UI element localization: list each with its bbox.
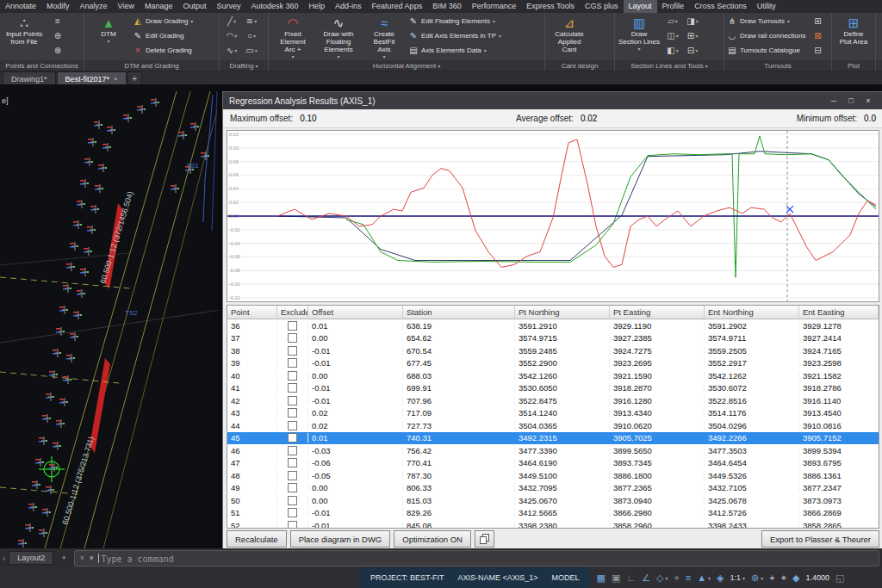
table-row[interactable]: 47-0.06770.413464.61903893.73453464.6454… <box>227 457 879 470</box>
exclude-checkbox[interactable] <box>288 508 297 517</box>
table-row[interactable]: 42-0.01707.963522.84753916.12803522.8516… <box>227 394 879 407</box>
ribbon-delete-grading-button[interactable]: ×Delete Grading <box>133 43 193 58</box>
menu-item-layout[interactable]: Layout <box>624 0 657 13</box>
panel-label-points-and-connections[interactable]: Points and Connections <box>0 60 84 71</box>
ribbon-calculate-applied-cant-button[interactable]: ⊿Calculate AppliedCant <box>548 14 591 59</box>
ribbon-define-plot-area-button[interactable]: ⊞DefinePlot Area <box>835 14 873 59</box>
ribbon-circle-button[interactable]: ○▾ <box>242 28 261 43</box>
menu-item-modify[interactable]: Modify <box>41 0 75 13</box>
menu-item-add-ins[interactable]: Add-ins <box>330 0 367 13</box>
ribbon-mini-a-button[interactable]: ⊞ <box>808 14 827 28</box>
menu-item-help[interactable]: Help <box>304 0 331 13</box>
optimization-on-button[interactable]: Optimization ON <box>394 530 471 548</box>
table-row[interactable]: 360.01638.193591.29103929.11903591.29023… <box>227 319 879 332</box>
ribbon-draw-rail-connections-button[interactable]: ◡Draw rail connections <box>727 28 805 43</box>
column-header-pt-northing[interactable]: Pt Northing <box>515 306 610 319</box>
scale-control[interactable]: 1:1▾ <box>730 573 746 582</box>
ribbon-sec-d-button[interactable]: ◨▾ <box>683 14 702 28</box>
panel-label-refre[interactable]: Refre <box>876 60 882 71</box>
ribbon-axis-elements-data-button[interactable]: ▤Axis Elements Data▾ <box>408 43 501 58</box>
table-row[interactable]: 51-0.01829.263412.56653866.29803412.5726… <box>227 507 879 520</box>
place-diagram-in-dwg-button[interactable]: Place diagram in DWG <box>290 530 391 548</box>
exclude-checkbox[interactable] <box>288 371 297 381</box>
table-row[interactable]: 500.00815.033425.06703873.09403425.06783… <box>227 494 879 507</box>
menu-item-utility[interactable]: Utility <box>752 0 781 13</box>
menu-item-cgs-plus[interactable]: CGS plus <box>580 0 624 13</box>
ribbon-turnouts-catalogue-button[interactable]: ▤Turnouts Catalogue <box>727 43 805 58</box>
new-layout-button[interactable]: + <box>57 553 70 563</box>
ribbon-sec-e-button[interactable]: ⊞▾ <box>683 28 702 43</box>
ribbon-arc-button[interactable]: ◠▾ <box>222 28 241 43</box>
recalculate-button[interactable]: Recalculate <box>227 530 287 548</box>
menu-item-profile[interactable]: Profile <box>657 0 690 13</box>
table-row[interactable]: 370.00654.623574.97153927.23853574.97113… <box>227 332 879 345</box>
exclude-checkbox[interactable] <box>288 358 297 368</box>
ribbon-input-points-from-file-button[interactable]: ∴Input Pointsfrom File <box>3 14 46 59</box>
panel-label-turnouts[interactable]: Turnouts <box>724 60 831 71</box>
table-row[interactable]: 450.01740.313492.23153905.70253492.22663… <box>227 432 879 445</box>
snap-icon[interactable]: ▣ <box>612 573 620 584</box>
panel-label-plot[interactable]: Plot <box>832 60 875 71</box>
ribbon-fixed-element-arc-button[interactable]: ◠Fixed ElementArc +▾ <box>271 14 314 59</box>
menu-item-manage[interactable]: Manage <box>140 0 178 13</box>
ribbon-refresh-button[interactable]: ↻Refresh <box>879 14 882 59</box>
exclude-checkbox[interactable] <box>288 421 297 430</box>
clean-screen-icon[interactable]: ◱ <box>835 573 844 584</box>
ribbon-sec-a-button[interactable]: ▱▾ <box>663 14 682 28</box>
command-input[interactable]: Type a command <box>101 554 173 564</box>
exclude-checkbox[interactable] <box>288 408 297 418</box>
menu-item-autodesk-360[interactable]: Autodesk 360 <box>246 0 304 13</box>
minimize-button[interactable]: ─ <box>825 94 842 108</box>
menu-item-featured-apps[interactable]: Featured Apps <box>367 0 428 13</box>
table-row[interactable]: 430.02717.093514.12403913.43403514.11763… <box>227 407 879 420</box>
ortho-icon[interactable]: ∟ <box>626 573 636 583</box>
status-model[interactable]: MODEL <box>552 573 580 582</box>
ribbon-draw-with-floating-elements-button[interactable]: ∿Draw withFloating Elements▾ <box>317 14 360 59</box>
layout-tab[interactable]: Layout2 <box>9 551 53 565</box>
panel-label-section-lines-and-tools[interactable]: Section Lines and Tools▾ <box>615 60 724 71</box>
menu-item-bim-360[interactable]: BIM 360 <box>427 0 467 13</box>
isolate-icon[interactable]: ⌖ <box>781 573 786 584</box>
table-row[interactable]: 38-0.01670.543559.24853924.72753559.2505… <box>227 344 879 357</box>
ribbon-point-link-button[interactable]: ⊗ <box>48 43 67 58</box>
exclude-checkbox[interactable] <box>288 346 297 356</box>
column-header-exclude[interactable]: Exclude <box>277 306 308 319</box>
file-tab-drawing1[interactable]: Drawing1* <box>3 71 56 85</box>
panel-label-cant-design[interactable]: Cant design <box>545 60 614 71</box>
ribbon-mini-b-button[interactable]: ⊠ <box>808 28 827 43</box>
ribbon-mini-c-button[interactable]: ⊟ <box>808 43 827 58</box>
ribbon-points-list-button[interactable]: ≡ <box>48 14 67 28</box>
exclude-checkbox[interactable] <box>288 458 297 467</box>
column-header-offset[interactable]: Offset <box>308 306 403 319</box>
menu-item-survey[interactable]: Survey <box>212 0 246 13</box>
otrack-icon[interactable]: ⌖ <box>674 573 680 584</box>
exclude-checkbox[interactable] <box>288 433 297 443</box>
gear-icon[interactable]: ⊛▾ <box>751 573 763 584</box>
decimal-icon[interactable]: ◆ <box>792 573 799 584</box>
menu-item-output[interactable]: Output <box>177 0 211 13</box>
export-button[interactable]: Export to Plasser & Theurer <box>761 530 879 548</box>
exclude-checkbox[interactable] <box>288 333 297 343</box>
table-row[interactable]: 400.00688.033542.12603921.15903542.12623… <box>227 369 879 382</box>
dialog-title-bar[interactable]: Regression Analysis Results (AXIS_1) ─□× <box>223 92 882 109</box>
table-row[interactable]: 440.02727.733504.03653910.06203504.02963… <box>227 419 879 432</box>
exclude-checkbox[interactable] <box>288 521 297 528</box>
menu-item-analyze[interactable]: Analyze <box>75 0 113 13</box>
exclude-checkbox[interactable] <box>288 446 297 455</box>
table-row[interactable]: 41-0.01699.913530.60503918.28703530.6072… <box>227 382 879 395</box>
precision-value[interactable]: 1.4000 <box>805 573 829 582</box>
table-row[interactable]: 52-0.01845.083398.23803858.29603398.2433… <box>227 519 879 528</box>
ribbon-draw-grading-button[interactable]: ◭Draw Grading▾ <box>133 14 193 28</box>
plus-icon[interactable]: + <box>769 573 774 583</box>
ribbon-edit-floating-elements-button[interactable]: ✎Edit Floating Elements▾ <box>408 14 501 28</box>
column-header-ent-easting[interactable]: Ent Easting <box>799 306 879 319</box>
menu-item-view[interactable]: View <box>113 0 140 13</box>
table-row[interactable]: 48-0.05787.303449.51003886.18003449.5326… <box>227 469 879 482</box>
menu-item-cross-sections[interactable]: Cross Sections <box>689 0 752 13</box>
exclude-checkbox[interactable] <box>288 483 297 492</box>
exclude-checkbox[interactable] <box>288 471 297 480</box>
ribbon-sec-c-button[interactable]: ◧▾ <box>663 43 682 58</box>
new-tab-button[interactable]: + <box>127 71 142 85</box>
ribbon-sec-f-button[interactable]: ⊟▾ <box>683 43 702 58</box>
exclude-checkbox[interactable] <box>288 321 297 331</box>
